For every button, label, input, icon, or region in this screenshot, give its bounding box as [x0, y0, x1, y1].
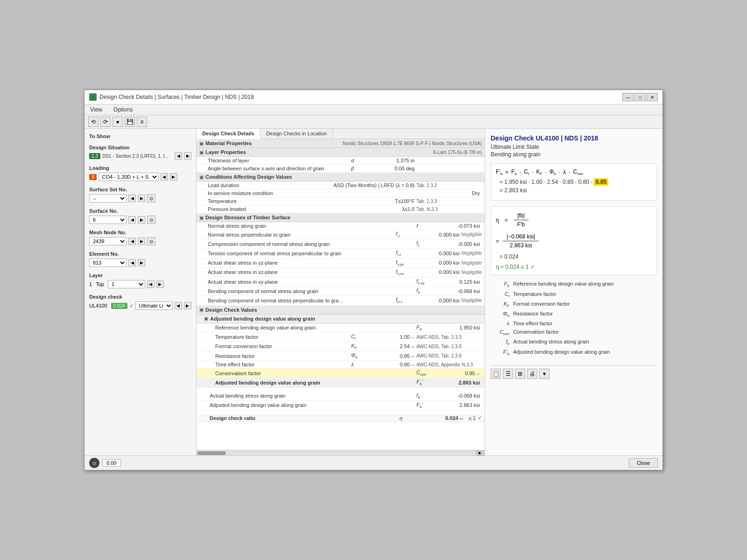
legend-6: fb Actual bending stress along grain [491, 339, 657, 346]
stress-5-label: Actual shear stress in xz-plane [208, 269, 396, 275]
stress-6-symbol: fs,xy [416, 278, 435, 285]
center-scrollbar[interactable]: ▶ [197, 450, 485, 455]
actual-stress-label: Actual bending stress along grain [210, 393, 416, 399]
layer-next-btn[interactable]: ▶ [156, 280, 164, 288]
sn-icon-btn[interactable]: ⊙ [147, 216, 155, 224]
scrollbar-thumb[interactable] [197, 451, 226, 455]
window-controls[interactable]: — □ ✕ [622, 93, 658, 101]
mesh-node-select[interactable]: 2439 [89, 237, 127, 245]
legend-7-symbol: F'b [491, 349, 509, 356]
mn-icon-btn[interactable]: ⊙ [147, 237, 155, 245]
conditions-expand-icon: ▣ [199, 175, 204, 180]
right-sub2: Bending along grain [491, 151, 657, 158]
loading-prev-btn[interactable]: ◀ [161, 173, 168, 181]
stresses-section-header[interactable]: ▣ Design Stresses of Timber Surface [197, 213, 485, 222]
footer-btn-5[interactable]: ▾ [539, 369, 550, 379]
ds-next-btn[interactable]: ▶ [184, 152, 191, 160]
legend-0-symbol: Fb [491, 281, 509, 288]
sn-prev-btn[interactable]: ◀ [128, 216, 136, 224]
ds-prev-btn[interactable]: ◀ [175, 152, 182, 160]
thickness-value: 1.375 in [370, 158, 416, 163]
layer-select[interactable]: 1 [108, 280, 145, 288]
sn-next-btn[interactable]: ▶ [138, 216, 145, 224]
formula-dot5: · [569, 169, 570, 175]
layer-section-header[interactable]: ▣ Layer Properties X-Lam 175-5s (6 7/8 i… [197, 148, 485, 157]
formula-line2: = 1.950 ksi · 1.00 · 2.54 · 0.85 · 0.80 … [496, 179, 652, 185]
element-row: 813 ◀ ▶ [89, 259, 191, 267]
layer-label: Layer [89, 273, 191, 278]
layer-prev-btn[interactable]: ◀ [147, 280, 155, 288]
legend-6-symbol: fb [491, 339, 509, 346]
fb-value: 1.950 ksi [435, 325, 482, 330]
tab-location[interactable]: Design Checks in Location [261, 129, 333, 139]
toolbar-btn-3[interactable]: ● [113, 117, 123, 127]
stress-1-row: Normal stress perpendicular to grain f⊥ … [197, 230, 485, 239]
el-prev-btn[interactable]: ◀ [128, 259, 136, 266]
conditions-section-header[interactable]: ▣ Conditions Affecting Design Values [197, 173, 485, 182]
loading-select[interactable]: CO4 - 1.20D + L + S [99, 173, 159, 181]
design-check-row: UL4100 0.024 ✓ Ultimate Limit ... ◀ ▶ [89, 301, 191, 310]
ss-next-btn[interactable]: ▶ [138, 195, 145, 202]
eta-label: η [496, 217, 499, 224]
menu-options[interactable]: Options [112, 105, 134, 114]
loading-next-btn[interactable]: ▶ [170, 173, 177, 181]
dc-select[interactable]: Ultimate Limit ... [135, 301, 173, 310]
main-content: To Show Design Situation 2.3 DS1 - Secti… [85, 129, 662, 455]
mn-next-btn[interactable]: ▶ [138, 238, 145, 245]
dc-next-btn[interactable]: ▶ [184, 302, 191, 309]
mesh-node-row: 2439 ◀ ▶ ⊙ [89, 237, 191, 245]
design-situation-section: Design Situation 2.3 DS1 - Section 2.3 (… [89, 145, 191, 160]
menu-view[interactable]: View [88, 105, 104, 114]
material-section-header[interactable]: ▣ Material Properties Nordic Structures … [197, 139, 485, 148]
surface-set-row: -- ◀ ▶ ⊙ [89, 194, 191, 203]
toolbar-btn-1[interactable]: ⟲ [88, 117, 99, 127]
ss-icon-btn[interactable]: ⊙ [147, 194, 155, 203]
element-select[interactable]: 813 [89, 259, 127, 267]
ss-prev-btn[interactable]: ◀ [128, 195, 136, 202]
center-panel: Design Check Details Design Checks in Lo… [197, 129, 485, 455]
surface-set-select[interactable]: -- [89, 194, 127, 203]
maximize-button[interactable]: □ [634, 93, 646, 101]
moisture-value: Dry [388, 190, 482, 196]
legend-4-desc: Time effect factor [513, 321, 552, 326]
stress-3-note: Negligible [461, 251, 482, 256]
angle-label: Angle between surface x-axis and directi… [208, 166, 351, 171]
el-next-btn[interactable]: ▶ [138, 259, 145, 266]
kf-symbol: KF [351, 343, 370, 350]
adj-bending-header[interactable]: ▣ Adjusted bending design value along gr… [197, 315, 485, 323]
mn-prev-btn[interactable]: ◀ [128, 238, 136, 245]
actual-stress-symbol: fb [416, 392, 435, 399]
element-label: Element No. [89, 251, 191, 257]
toolbar-btn-2[interactable]: ⟳ [100, 117, 111, 127]
tab-details[interactable]: Design Check Details [197, 129, 261, 139]
stress-5-note: Negligible [461, 270, 482, 275]
toolbar-btn-4[interactable]: 💾 [125, 117, 135, 127]
stress-1-value: 0.000 ksi [415, 232, 461, 238]
stress-4-value: 0.000 ksi [415, 260, 461, 266]
footer-btn-3[interactable]: ⊞ [515, 369, 525, 379]
toolbar-btn-5[interactable]: ≡ [137, 117, 147, 127]
footer-btn-2[interactable]: ☰ [503, 369, 513, 379]
minimize-button[interactable]: — [622, 93, 634, 101]
lambda-row: Time effect factor λ 0.80 -- AWC-NDS, Ap… [197, 361, 485, 369]
legend-2: KF Format conversion factor [491, 301, 657, 308]
footer-btn-1[interactable]: 📋 [491, 369, 501, 379]
formula-expansion: = 1.950 ksi · 1.00 · 2.54 · 0.85 · 0.80 … [500, 179, 594, 185]
close-button[interactable]: Close [629, 458, 658, 468]
design-situation-badge: 2.3 [89, 153, 100, 159]
dcheck-section-header[interactable]: ▣ Design Check Values [197, 306, 485, 315]
adj-bending-result-label: Adjusted bending design value along grai… [215, 380, 416, 385]
phi-ref: AWC-NDS, Tab. 2.3.6 [416, 353, 482, 358]
surface-no-row: 6 ◀ ▶ ⊙ [89, 216, 191, 224]
scroll-right-btn[interactable]: ▶ [476, 451, 484, 455]
ratio-numerator: |fb| [514, 211, 529, 220]
temperature-row: Temperature T≤100°F Tab. 2.3.3 [197, 197, 485, 205]
ccon-symbol: Ccon [416, 370, 435, 377]
legend-7-desc: Adjusted bending design value along grai… [513, 349, 610, 355]
footer-btn-4[interactable]: 🖨 [527, 369, 537, 379]
surface-no-select[interactable]: 6 [89, 216, 127, 224]
design-ratio-label: Design check ratio [210, 415, 400, 421]
dc-prev-btn[interactable]: ◀ [175, 302, 182, 309]
close-window-button[interactable]: ✕ [647, 93, 658, 101]
formula-dot3: · [545, 169, 546, 175]
